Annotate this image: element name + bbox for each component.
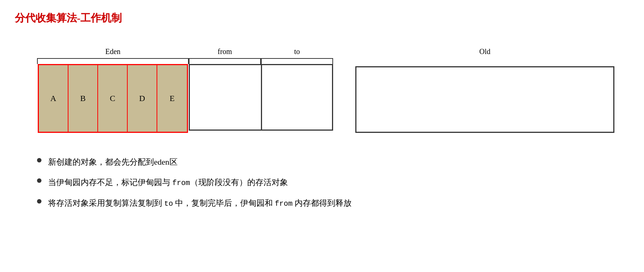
diagram-area: Eden A B C D E from to <box>15 47 629 133</box>
bullet2-code1: from <box>172 179 190 187</box>
cell-a: A <box>39 65 68 132</box>
eden-label: Eden <box>105 47 120 56</box>
bullet2-before: 当伊甸园内存不足，标记伊甸园与 <box>48 178 172 187</box>
cell-b: B <box>68 65 98 132</box>
to-bracket <box>261 58 333 64</box>
page-title: 分代收集算法-工作机制 <box>15 11 629 25</box>
bullet-dot-1 <box>37 158 41 162</box>
old-label: Old <box>479 47 490 56</box>
bullet3-middle: 中，复制完毕后，伊甸园和 <box>173 198 275 208</box>
bullet3-code1: to <box>164 199 173 208</box>
from-label-section: from <box>189 47 261 64</box>
to-label: to <box>294 47 300 56</box>
bullet-item-3: 将存活对象采用复制算法复制到 to 中，复制完毕后，伊甸园和 from 内存都得… <box>37 196 629 210</box>
bullet3-before: 将存活对象采用复制算法复制到 <box>48 198 164 208</box>
bullet-text-1: 新创建的对象，都会先分配到eden区 <box>48 155 178 169</box>
bullet2-after: （现阶段没有）的存活对象 <box>190 178 288 187</box>
to-box <box>261 64 333 131</box>
survivor-labels: from to <box>189 47 333 64</box>
bullet-list: 新创建的对象，都会先分配到eden区 当伊甸园内存不足，标记伊甸园与 from（… <box>15 155 629 210</box>
cell-d: D <box>128 65 157 132</box>
to-label-section: to <box>261 47 333 64</box>
bullet-text-3: 将存活对象采用复制算法复制到 to 中，复制完毕后，伊甸园和 from 内存都得… <box>48 196 352 210</box>
eden-cells: A B C D E <box>38 64 188 133</box>
bullet3-after: 内存都得到释放 <box>293 198 352 208</box>
young-generation: Eden A B C D E from to <box>37 47 333 133</box>
cell-c: C <box>98 65 128 132</box>
from-label: from <box>218 47 232 56</box>
bullet-dot-3 <box>37 199 41 204</box>
eden-section: Eden A B C D E <box>37 47 189 133</box>
from-bracket <box>189 58 261 64</box>
cell-e: E <box>157 65 187 132</box>
old-box <box>355 66 614 133</box>
bullet-item-2: 当伊甸园内存不足，标记伊甸园与 from（现阶段没有）的存活对象 <box>37 175 629 189</box>
old-section: Old <box>355 47 614 133</box>
bullet-item-1: 新创建的对象，都会先分配到eden区 <box>37 155 629 169</box>
survivor-boxes <box>189 64 333 131</box>
bullet3-code2: from <box>275 199 293 208</box>
from-box <box>189 64 261 131</box>
bullet-text-2: 当伊甸园内存不足，标记伊甸园与 from（现阶段没有）的存活对象 <box>48 175 288 189</box>
bullet-dot-2 <box>37 178 41 183</box>
eden-bracket <box>37 58 189 64</box>
survivor-section: from to <box>189 47 333 131</box>
